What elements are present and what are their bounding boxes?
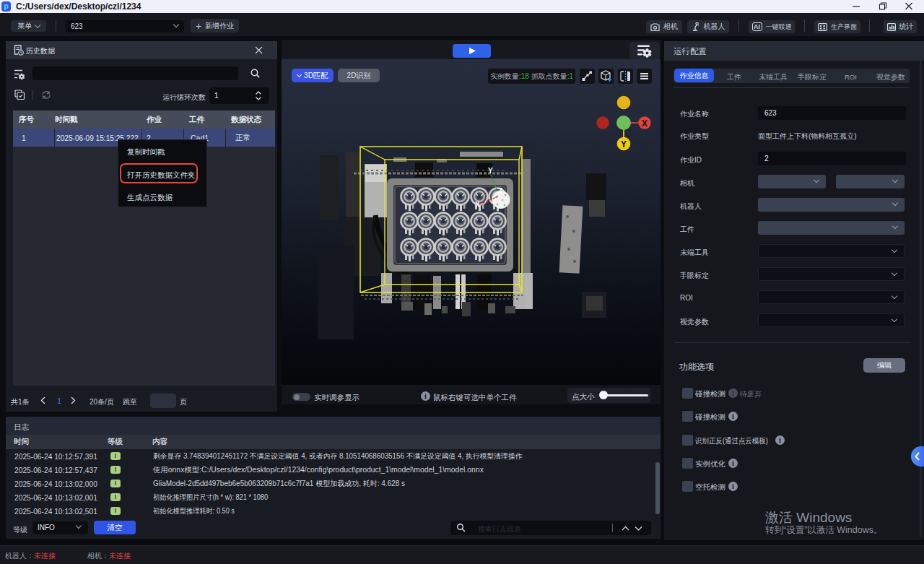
svg-text:Y: Y (621, 139, 627, 149)
svg-text:Z: Z (498, 187, 502, 195)
svg-text:X: X (642, 118, 648, 129)
svg-text:Y: Y (488, 167, 493, 175)
svg-text:X: X (475, 201, 480, 209)
